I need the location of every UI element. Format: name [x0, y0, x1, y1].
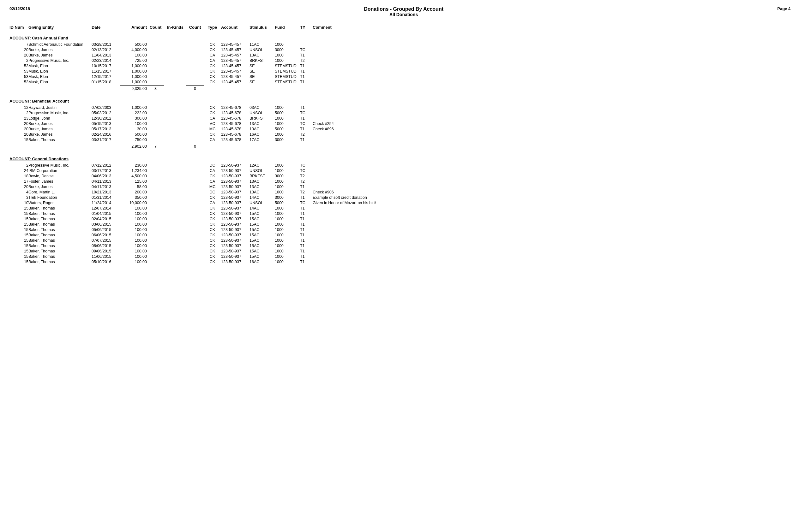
- table-cell: T1: [300, 211, 313, 216]
- subtotal-cell: [204, 144, 221, 149]
- col-giving-entity: Giving Entity: [29, 25, 92, 30]
- table-cell: [164, 74, 186, 79]
- col-stimulus: Stimulus: [250, 25, 275, 30]
- col-amount: Amount: [120, 25, 147, 30]
- table-cell: Waters, Roger: [29, 201, 92, 205]
- table-cell: [313, 106, 376, 110]
- table-cell: Given in Honor of Mozart on his birthday…: [313, 201, 376, 205]
- table-cell: 12: [10, 106, 29, 110]
- table-cell: 12/07/2014: [92, 206, 120, 210]
- table-row: 15Baker, Thomas03/06/2015100.00CK123-50-…: [10, 222, 790, 227]
- table-cell: 17AC: [250, 137, 275, 142]
- table-cell: 20: [10, 121, 29, 126]
- col-date: Date: [92, 25, 120, 30]
- table-cell: 07/12/2012: [92, 163, 120, 168]
- table-row: 15Baker, Thomas12/07/2014100.00CK123-50-…: [10, 205, 790, 211]
- subtotal-cell: [300, 144, 313, 149]
- table-cell: CA: [204, 53, 221, 57]
- table-cell: 02/13/2012: [92, 48, 120, 52]
- table-cell: [186, 121, 204, 126]
- table-cell: TC: [300, 163, 313, 168]
- table-cell: [313, 58, 376, 63]
- table-cell: T1: [300, 106, 313, 110]
- table-cell: [186, 74, 204, 79]
- table-cell: 1000: [275, 217, 300, 221]
- table-cell: 01/04/2015: [92, 211, 120, 216]
- table-cell: [186, 217, 204, 221]
- table-row: 20Burke, James02/24/2016500.00CK123-45-6…: [10, 132, 790, 137]
- table-cell: [186, 163, 204, 168]
- table-cell: [186, 244, 204, 248]
- table-cell: Baker, Thomas: [29, 206, 92, 210]
- sections-container: ACCOUNT: Cash Annual Fund7Schmidt Aerona…: [10, 36, 790, 264]
- table-cell: 13AC: [250, 179, 275, 184]
- table-cell: [186, 206, 204, 210]
- table-cell: 03/17/2013: [92, 169, 120, 173]
- table-cell: 230.00: [120, 163, 147, 168]
- table-cell: [147, 132, 164, 137]
- table-cell: 15AC: [250, 211, 275, 216]
- table-cell: T1: [300, 260, 313, 264]
- table-cell: 1,234.00: [120, 169, 147, 173]
- table-cell: [164, 116, 186, 120]
- table-cell: 123-45-457: [221, 53, 250, 57]
- table-cell: Baker, Thomas: [29, 249, 92, 253]
- table-cell: [313, 206, 376, 210]
- table-cell: Musk, Elon: [29, 69, 92, 74]
- table-row: 15Baker, Thomas07/07/2015100.00CK123-50-…: [10, 238, 790, 243]
- table-cell: [186, 185, 204, 189]
- table-cell: [164, 121, 186, 126]
- table-row: 53Musk, Elon12/15/20171,000.00CK123-45-4…: [10, 74, 790, 79]
- table-cell: 123-45-678: [221, 106, 250, 110]
- table-cell: [164, 244, 186, 248]
- table-cell: 123-45-678: [221, 132, 250, 137]
- table-cell: UNSOL: [250, 169, 275, 173]
- table-cell: [186, 249, 204, 253]
- table-cell: [164, 211, 186, 216]
- table-cell: 3: [10, 195, 29, 200]
- table-cell: Burke, James: [29, 53, 92, 57]
- table-cell: 05/03/2012: [92, 111, 120, 115]
- table-cell: [147, 217, 164, 221]
- table-cell: 100.00: [120, 260, 147, 264]
- table-cell: 4: [10, 190, 29, 194]
- table-cell: 07/07/2015: [92, 238, 120, 243]
- table-cell: 1000: [275, 206, 300, 210]
- table-cell: [313, 238, 376, 243]
- table-row: 18Bowie, Denise04/06/20134,500.00CK123-5…: [10, 173, 790, 178]
- table-cell: [147, 163, 164, 168]
- table-cell: [313, 137, 376, 142]
- table-cell: Burke, James: [29, 185, 92, 189]
- table-cell: [313, 217, 376, 221]
- table-cell: T1: [300, 233, 313, 237]
- table-cell: 08/06/2015: [92, 244, 120, 248]
- table-cell: UNSOL: [250, 201, 275, 205]
- table-cell: [186, 260, 204, 264]
- table-cell: T1: [300, 195, 313, 200]
- table-cell: [186, 42, 204, 47]
- subtotal-cell: [221, 87, 250, 91]
- table-cell: [186, 48, 204, 52]
- table-cell: [186, 53, 204, 57]
- col-in-kinds: In-Kinds: [164, 25, 186, 30]
- subtotal-cell: [313, 144, 376, 149]
- subtotal-cell: [221, 144, 250, 149]
- table-cell: 100.00: [120, 249, 147, 253]
- table-cell: 1000: [275, 211, 300, 216]
- table-cell: 07/02/2003: [92, 106, 120, 110]
- subtotal-cell: 7: [147, 144, 164, 149]
- table-cell: 123-45-678: [221, 127, 250, 131]
- table-cell: 05/06/2015: [92, 228, 120, 232]
- report-date: 02/12/2018: [10, 6, 30, 11]
- table-cell: CA: [204, 201, 221, 205]
- table-cell: [313, 69, 376, 74]
- table-cell: 10/21/2013: [92, 190, 120, 194]
- table-cell: Burke, James: [29, 127, 92, 131]
- table-cell: VC: [204, 121, 221, 126]
- table-row: 17Foster, James04/11/2013125.00CA123-50-…: [10, 178, 790, 184]
- table-cell: 15AC: [250, 228, 275, 232]
- table-cell: T1: [300, 80, 313, 84]
- table-cell: 100.00: [120, 121, 147, 126]
- table-cell: 15: [10, 233, 29, 237]
- table-cell: [186, 190, 204, 194]
